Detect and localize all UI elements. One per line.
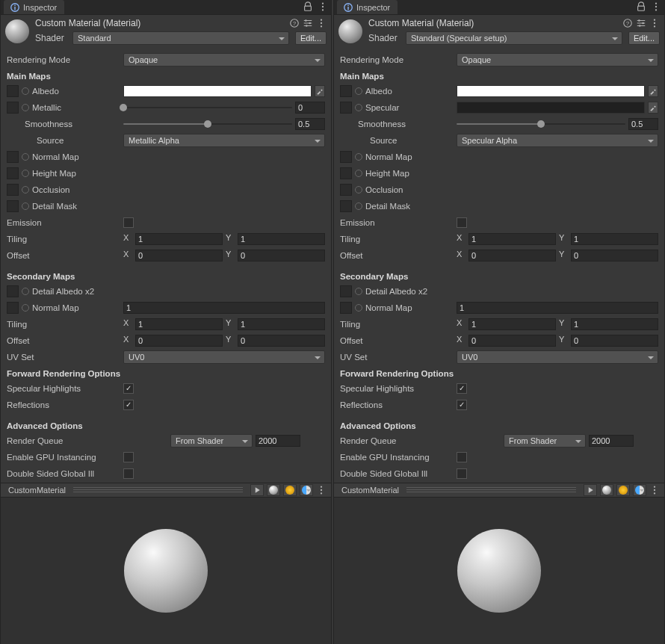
render-queue-mode-dropdown[interactable]: From Shader: [170, 434, 253, 448]
offset-x-field[interactable]: 0: [468, 250, 556, 261]
occlusion-texture-slot[interactable]: [7, 184, 19, 196]
help-icon[interactable]: ?: [289, 18, 300, 28]
sec-normal-value-field[interactable]: 1: [123, 302, 325, 314]
sec-tiling-y-field[interactable]: 1: [238, 318, 325, 330]
detailmask-picker-icon[interactable]: [355, 202, 362, 210]
tab-inspector[interactable]: Inspector: [4, 0, 64, 14]
sec-normal-value-field[interactable]: 1: [457, 302, 658, 314]
eyedropper-icon[interactable]: [315, 85, 325, 97]
height-picker-icon[interactable]: [22, 170, 29, 177]
reflection-probe-icon[interactable]: [633, 484, 646, 496]
normal-texture-slot[interactable]: [7, 151, 19, 163]
occlusion-texture-slot[interactable]: [340, 184, 352, 196]
render-queue-value-field[interactable]: 2000: [589, 435, 634, 447]
light-icon[interactable]: [283, 484, 297, 496]
smoothness-slider[interactable]: [457, 119, 625, 129]
edit-button[interactable]: Edit...: [628, 31, 660, 45]
sec-offset-y-field[interactable]: 0: [238, 335, 325, 347]
detail-albedo-picker-icon[interactable]: [22, 288, 29, 295]
spec-highlights-checkbox[interactable]: [457, 383, 467, 394]
smoothness-value-field[interactable]: 0.5: [295, 118, 325, 130]
sec-tiling-x-field[interactable]: 1: [135, 318, 223, 330]
sec-offset-y-field[interactable]: 0: [571, 335, 658, 347]
edit-button[interactable]: Edit...: [295, 31, 327, 45]
detail-albedo-picker-icon[interactable]: [355, 288, 362, 295]
shader-dropdown[interactable]: Standard: [72, 31, 289, 45]
kebab-icon[interactable]: [316, 18, 327, 28]
source-dropdown[interactable]: Specular Alpha: [457, 134, 658, 147]
detailmask-picker-icon[interactable]: [22, 202, 29, 210]
kebab-icon[interactable]: [318, 1, 328, 12]
kebab-icon[interactable]: [649, 18, 660, 28]
albedo-texture-slot[interactable]: [7, 85, 19, 97]
gpu-instancing-checkbox[interactable]: [457, 452, 467, 462]
tiling-x-field[interactable]: 1: [468, 233, 556, 245]
detail-albedo-texture-slot[interactable]: [7, 285, 19, 297]
albedo-texture-slot[interactable]: [340, 85, 352, 97]
offset-y-field[interactable]: 0: [571, 250, 658, 261]
emission-checkbox[interactable]: [457, 217, 467, 228]
normal-texture-slot[interactable]: [340, 151, 352, 163]
reflections-checkbox[interactable]: [123, 400, 134, 410]
material-preview[interactable]: [1, 498, 331, 644]
drag-handle-icon[interactable]: [406, 487, 576, 493]
reflection-probe-icon[interactable]: [300, 484, 313, 496]
reflections-checkbox[interactable]: [457, 400, 467, 410]
play-icon[interactable]: [250, 484, 264, 496]
specular-texture-slot[interactable]: [340, 102, 352, 114]
help-icon[interactable]: ?: [622, 18, 633, 28]
eyedropper-icon[interactable]: [648, 102, 658, 114]
metallic-picker-icon[interactable]: [22, 104, 29, 111]
normal-picker-icon[interactable]: [22, 153, 29, 161]
metallic-value-field[interactable]: 0: [295, 102, 325, 114]
sec-normal-texture-slot[interactable]: [7, 302, 19, 314]
kebab-icon[interactable]: [651, 1, 661, 12]
spec-highlights-checkbox[interactable]: [123, 383, 134, 394]
detailmask-texture-slot[interactable]: [7, 200, 19, 212]
sec-normal-texture-slot[interactable]: [340, 302, 352, 314]
kebab-icon[interactable]: [316, 485, 327, 495]
tab-inspector[interactable]: Inspector: [337, 0, 398, 14]
detailmask-texture-slot[interactable]: [340, 200, 352, 212]
shader-dropdown[interactable]: Standard (Specular setup): [406, 31, 622, 45]
rendering-mode-dropdown[interactable]: Opaque: [123, 53, 325, 66]
offset-x-field[interactable]: 0: [135, 250, 223, 261]
render-queue-value-field[interactable]: 2000: [256, 435, 300, 447]
lock-icon[interactable]: [303, 1, 313, 12]
height-texture-slot[interactable]: [7, 167, 19, 179]
tiling-x-field[interactable]: 1: [135, 233, 223, 245]
lock-icon[interactable]: [636, 1, 646, 12]
emission-checkbox[interactable]: [123, 217, 134, 228]
dsgi-checkbox[interactable]: [457, 468, 467, 479]
rendering-mode-dropdown[interactable]: Opaque: [457, 53, 658, 66]
source-dropdown[interactable]: Metallic Alpha: [123, 134, 325, 147]
albedo-color-swatch[interactable]: [457, 85, 645, 97]
albedo-picker-icon[interactable]: [355, 87, 362, 95]
sec-tiling-x-field[interactable]: 1: [468, 318, 556, 330]
tiling-y-field[interactable]: 1: [571, 233, 658, 245]
metallic-slider[interactable]: [123, 102, 292, 113]
height-picker-icon[interactable]: [355, 170, 362, 177]
drag-handle-icon[interactable]: [73, 487, 243, 493]
specular-color-swatch[interactable]: [457, 102, 645, 114]
uv-set-dropdown[interactable]: UV0: [123, 350, 325, 364]
normal-picker-icon[interactable]: [355, 153, 362, 161]
smoothness-slider[interactable]: [123, 119, 292, 129]
sec-offset-x-field[interactable]: 0: [135, 335, 223, 347]
detail-albedo-texture-slot[interactable]: [340, 285, 352, 297]
shaded-sphere-icon[interactable]: [600, 484, 613, 496]
settings-icon[interactable]: [303, 18, 313, 28]
kebab-icon[interactable]: [649, 485, 660, 495]
sec-normal-picker-icon[interactable]: [22, 304, 29, 312]
light-icon[interactable]: [616, 484, 630, 496]
uv-set-dropdown[interactable]: UV0: [457, 350, 658, 364]
sec-tiling-y-field[interactable]: 1: [571, 318, 658, 330]
play-icon[interactable]: [584, 484, 597, 496]
specular-picker-icon[interactable]: [355, 104, 362, 111]
tiling-y-field[interactable]: 1: [238, 233, 325, 245]
sec-offset-x-field[interactable]: 0: [468, 335, 556, 347]
sec-normal-picker-icon[interactable]: [355, 304, 362, 312]
albedo-picker-icon[interactable]: [22, 87, 29, 95]
dsgi-checkbox[interactable]: [123, 468, 134, 479]
material-preview[interactable]: [334, 498, 664, 644]
